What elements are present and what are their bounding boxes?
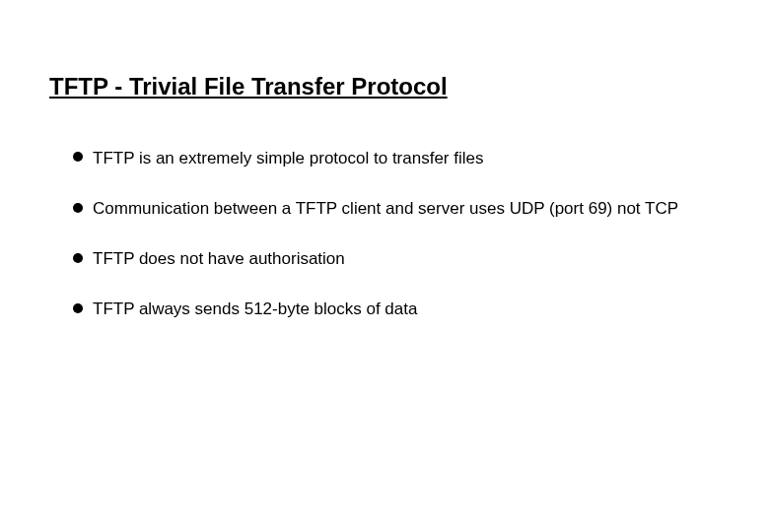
slide-title: TFTP - Trivial File Transfer Protocol [49, 73, 720, 101]
bullet-item: TFTP always sends 512-byte blocks of dat… [77, 296, 720, 322]
bullet-item: TFTP is an extremely simple protocol to … [77, 145, 720, 171]
bullet-item: TFTP does not have authorisation [77, 245, 720, 272]
bullet-item: Communication between a TFTP client and … [77, 195, 720, 222]
slide: TFTP - Trivial File Transfer Protocol TF… [0, 0, 769, 396]
bullet-list: TFTP is an extremely simple protocol to … [49, 145, 720, 323]
